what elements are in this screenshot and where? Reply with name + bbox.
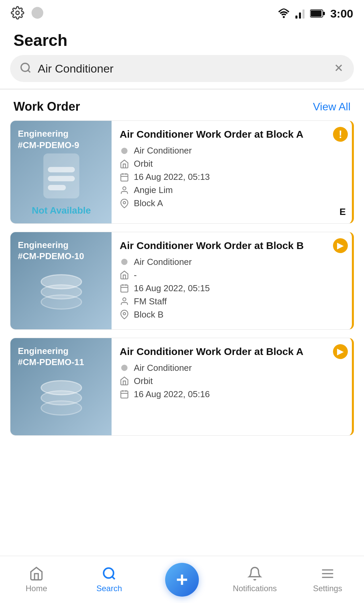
card-badge-2: ▶ xyxy=(333,238,347,252)
card-category-1: Air Conditioner xyxy=(134,145,192,156)
time-display: 3:00 xyxy=(330,7,353,20)
page-title-section: Search xyxy=(0,24,364,55)
card-location-2: Block B xyxy=(134,309,163,320)
svg-point-1 xyxy=(32,7,43,19)
svg-point-17 xyxy=(121,147,128,154)
card-right-2: Air Conditioner Work Order at Block B ▶ … xyxy=(112,232,352,329)
table-row[interactable]: Engineering#CM-PDEMO-10 Air Conditioner … xyxy=(10,232,354,330)
bottom-nav: Home Search Notifications Settings xyxy=(0,556,364,603)
status-bar: 3:00 xyxy=(0,0,364,24)
nav-item-search[interactable]: Search xyxy=(73,556,146,603)
table-row[interactable]: Engineering#CM-PDEMO-9 Not Available Air… xyxy=(10,120,354,224)
date-icon-3 xyxy=(120,389,129,399)
gear-icon xyxy=(11,6,24,21)
card-title-2: Air Conditioner Work Order at Block B xyxy=(120,239,342,252)
nav-item-settings[interactable]: Settings xyxy=(291,556,364,603)
card-category-3: Air Conditioner xyxy=(134,363,192,373)
section-title: Work Order xyxy=(13,100,80,114)
card-meta-assignee-2: FM Staff xyxy=(120,296,342,307)
category-icon-1 xyxy=(120,146,129,156)
card-right-3: Air Conditioner Work Order at Block A ▶ … xyxy=(112,338,352,435)
category-icon-2 xyxy=(120,257,129,267)
card-title-1: Air Conditioner Work Order at Block A xyxy=(120,128,342,141)
svg-point-36 xyxy=(41,401,82,415)
svg-rect-38 xyxy=(121,391,128,398)
svg-rect-7 xyxy=(323,12,325,15)
svg-point-23 xyxy=(123,201,126,204)
card-meta-site-3: Orbit xyxy=(120,376,342,386)
category-icon-3 xyxy=(120,363,129,373)
date-icon-2 xyxy=(120,283,129,293)
svg-rect-14 xyxy=(48,167,75,172)
card-date-3: 16 Aug 2022, 05:16 xyxy=(134,389,210,400)
assignee-icon-1 xyxy=(120,186,129,195)
svg-line-10 xyxy=(28,70,30,73)
card-meta-assignee-1: Angie Lim xyxy=(120,185,342,195)
svg-rect-16 xyxy=(48,185,66,190)
svg-point-0 xyxy=(16,11,19,15)
card-location-1: Block A xyxy=(134,198,163,209)
card-meta-date-1: 16 Aug 2022, 05:13 xyxy=(120,172,342,182)
card-left-3: Engineering#CM-PDEMO-11 xyxy=(10,338,112,435)
nav-label-notifications: Notifications xyxy=(233,584,277,593)
card-left-2: Engineering#CM-PDEMO-10 xyxy=(10,232,112,329)
card-status-1: Not Available xyxy=(18,205,105,216)
card-meta-date-2: 16 Aug 2022, 05:15 xyxy=(120,283,342,294)
nav-fab xyxy=(146,556,218,603)
svg-point-26 xyxy=(41,295,82,309)
cards-container: Engineering#CM-PDEMO-9 Not Available Air… xyxy=(0,120,364,436)
location-icon-2 xyxy=(120,310,129,319)
svg-point-9 xyxy=(21,63,29,72)
status-right-icons: 3:00 xyxy=(278,7,353,20)
status-left-icons xyxy=(11,6,44,21)
location-icon-1 xyxy=(120,199,129,208)
search-input[interactable] xyxy=(38,62,327,75)
card-meta-site-2: - xyxy=(120,270,342,280)
site-icon-2 xyxy=(120,270,129,280)
svg-point-27 xyxy=(121,259,128,265)
site-icon-1 xyxy=(120,159,129,169)
site-icon-3 xyxy=(120,376,129,386)
card-assignee-2: FM Staff xyxy=(134,296,167,307)
svg-rect-18 xyxy=(121,174,128,181)
card-icon-1 xyxy=(18,151,105,205)
nav-label-search: Search xyxy=(96,584,122,593)
card-meta-category-1: Air Conditioner xyxy=(120,145,342,156)
card-date-1: 16 Aug 2022, 05:13 xyxy=(134,172,210,182)
card-left-1: Engineering#CM-PDEMO-9 Not Available xyxy=(10,121,112,223)
card-meta-site-1: Orbit xyxy=(120,159,342,169)
search-bar-icon xyxy=(20,62,32,75)
card-title-3: Air Conditioner Work Order at Block A xyxy=(120,345,342,358)
nav-item-notifications[interactable]: Notifications xyxy=(218,556,291,603)
svg-rect-5 xyxy=(302,9,304,19)
svg-point-33 xyxy=(123,312,126,315)
date-icon-1 xyxy=(120,172,129,182)
search-bar-container xyxy=(0,55,364,85)
clear-search-icon[interactable] xyxy=(333,62,344,75)
svg-point-42 xyxy=(104,568,114,578)
svg-point-22 xyxy=(123,187,126,190)
card-category-2: Air Conditioner xyxy=(134,257,192,267)
svg-point-37 xyxy=(121,365,128,371)
alert-icon: ! xyxy=(333,127,348,142)
card-label-2: Engineering#CM-PDEMO-10 xyxy=(18,240,84,263)
nav-item-home[interactable]: Home xyxy=(0,556,73,603)
svg-point-2 xyxy=(283,16,285,18)
card-icon-2 xyxy=(18,262,105,322)
card-label-1: Engineering#CM-PDEMO-9 xyxy=(18,128,79,151)
card-assignee-1: Angie Lim xyxy=(134,185,173,195)
card-date-2: 16 Aug 2022, 05:15 xyxy=(134,283,210,294)
card-site-1: Orbit xyxy=(134,159,153,169)
card-meta-category-3: Air Conditioner xyxy=(120,363,342,373)
view-all-button[interactable]: View All xyxy=(313,101,351,113)
nav-label-home: Home xyxy=(26,584,47,593)
fab-button[interactable] xyxy=(165,563,199,597)
card-meta-location-2: Block B xyxy=(120,309,342,320)
card-badge-1: ! xyxy=(333,127,347,141)
table-row[interactable]: Engineering#CM-PDEMO-11 Air Conditioner … xyxy=(10,338,354,436)
svg-rect-28 xyxy=(121,285,128,292)
card-meta-category-2: Air Conditioner xyxy=(120,257,342,267)
card-icon-3 xyxy=(18,368,105,428)
card-site-2: - xyxy=(134,270,137,280)
svg-line-43 xyxy=(112,576,115,579)
